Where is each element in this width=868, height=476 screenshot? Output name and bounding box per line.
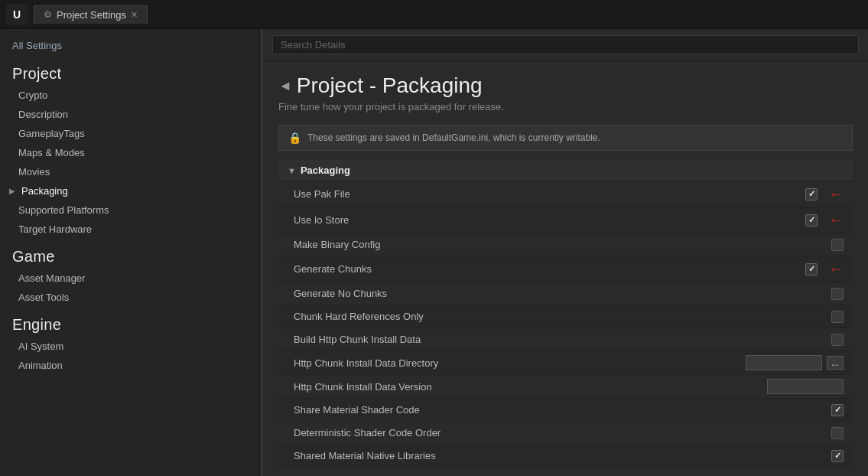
table-row: Http Chunk Install Data Version bbox=[278, 375, 853, 399]
settings-rows: Use Pak File←Use Io Store←Make Binary Co… bbox=[278, 181, 853, 468]
sidebar-item-label: Packaging bbox=[21, 185, 68, 197]
sidebar-item-label: Maps & Modes bbox=[18, 147, 85, 158]
checkbox-shared-material-native[interactable] bbox=[831, 450, 844, 462]
setting-control-build-http-chunk bbox=[831, 334, 844, 346]
setting-control-make-binary-config bbox=[831, 239, 844, 251]
sidebar-item-supported-platforms[interactable]: Supported Platforms bbox=[0, 201, 259, 220]
setting-control-shared-material-native bbox=[831, 450, 844, 462]
sidebar-item-label: Supported Platforms bbox=[18, 204, 109, 216]
chevron-right-icon: ▶ bbox=[9, 187, 15, 195]
checkbox-use-io-store[interactable] bbox=[805, 214, 818, 227]
ue-logo: U bbox=[6, 4, 28, 25]
text-field-http-chunk-version[interactable] bbox=[767, 379, 844, 394]
setting-label-generate-no-chunks: Generate No Chunks bbox=[288, 288, 831, 299]
content-area: ◄ Project - Packaging Fine tune how your… bbox=[263, 29, 868, 476]
sidebar-item-ai-system[interactable]: AI System bbox=[0, 337, 259, 356]
collapse-arrow-icon[interactable]: ◄ bbox=[278, 78, 292, 94]
checkbox-generate-chunks[interactable] bbox=[805, 263, 818, 275]
setting-label-http-chunk-directory: Http Chunk Install Data Directory bbox=[288, 357, 746, 369]
sidebar-item-label: AI System bbox=[18, 341, 63, 352]
red-arrow-icon: ← bbox=[828, 185, 844, 203]
sidebar-section-label-project: Project bbox=[0, 56, 259, 86]
setting-label-use-io-store: Use Io Store bbox=[288, 214, 805, 226]
setting-label-build-http-chunk: Build Http Chunk Install Data bbox=[288, 334, 831, 345]
table-row: Build Http Chunk Install Data bbox=[278, 328, 853, 351]
info-banner-text: These settings are saved in DefaultGame.… bbox=[307, 132, 600, 143]
tab-label: Project Settings bbox=[57, 9, 126, 21]
table-row: Shared Material Native Libraries bbox=[278, 445, 853, 468]
section-collapse-arrow-icon: ▼ bbox=[288, 166, 296, 175]
setting-label-chunk-hard-references: Chunk Hard References Only bbox=[288, 311, 831, 322]
sidebar-item-target-hardware[interactable]: Target Hardware bbox=[0, 220, 259, 239]
checkbox-chunk-hard-references[interactable] bbox=[831, 311, 844, 323]
setting-control-chunk-hard-references bbox=[831, 311, 844, 323]
table-row: Deterministic Shader Code Order bbox=[278, 422, 853, 445]
sidebar-sections: ProjectCryptoDescriptionGameplayTagsMaps… bbox=[0, 56, 259, 375]
sidebar: All Settings ProjectCryptoDescriptionGam… bbox=[0, 29, 260, 476]
sidebar-item-label: Crypto bbox=[18, 90, 47, 101]
section-label: Packaging bbox=[301, 165, 350, 176]
setting-control-generate-chunks: ← bbox=[805, 260, 844, 278]
table-row: Use Io Store← bbox=[278, 207, 853, 233]
checkbox-deterministic-shader[interactable] bbox=[831, 427, 844, 439]
setting-label-share-material-shader: Share Material Shader Code bbox=[288, 404, 831, 416]
sidebar-item-label: Animation bbox=[18, 360, 63, 371]
title-bar: U ⚙ Project Settings ✕ bbox=[0, 0, 868, 29]
checkbox-share-material-shader[interactable] bbox=[831, 404, 844, 416]
settings-section: ▼ Packaging Use Pak File←Use Io Store←Ma… bbox=[263, 160, 868, 468]
sidebar-item-label: Asset Tools bbox=[18, 292, 69, 303]
checkbox-build-http-chunk[interactable] bbox=[831, 334, 844, 346]
sidebar-section-label-engine: Engine bbox=[0, 307, 259, 337]
setting-label-generate-chunks: Generate Chunks bbox=[288, 263, 805, 275]
info-banner: 🔒 These settings are saved in DefaultGam… bbox=[278, 125, 853, 151]
page-subtitle: Fine tune how your project is packaged f… bbox=[263, 101, 868, 122]
dots-button-http-chunk-directory[interactable]: ... bbox=[827, 356, 844, 370]
sidebar-section-label-game: Game bbox=[0, 239, 259, 269]
setting-label-http-chunk-version: Http Chunk Install Data Version bbox=[288, 381, 767, 393]
main-container: All Settings ProjectCryptoDescriptionGam… bbox=[0, 29, 868, 476]
red-arrow-icon: ← bbox=[828, 260, 844, 278]
gear-icon: ⚙ bbox=[44, 9, 52, 20]
setting-label-deterministic-shader: Deterministic Shader Code Order bbox=[288, 427, 831, 439]
sidebar-item-description[interactable]: Description bbox=[0, 105, 259, 124]
close-icon[interactable]: ✕ bbox=[131, 10, 138, 20]
sidebar-item-asset-manager[interactable]: Asset Manager bbox=[0, 269, 259, 288]
sidebar-item-packaging[interactable]: ▶Packaging bbox=[0, 181, 259, 201]
checkbox-make-binary-config[interactable] bbox=[831, 239, 844, 251]
sidebar-item-gameplay-tags[interactable]: GameplayTags bbox=[0, 124, 259, 143]
setting-control-http-chunk-version bbox=[767, 379, 844, 394]
table-row: Generate Chunks← bbox=[278, 256, 853, 282]
sidebar-item-label: Description bbox=[18, 109, 68, 120]
setting-label-make-binary-config: Make Binary Config bbox=[288, 239, 831, 250]
page-title: ◄ Project - Packaging bbox=[263, 61, 868, 101]
sidebar-item-movies[interactable]: Movies bbox=[0, 162, 259, 181]
setting-control-generate-no-chunks bbox=[831, 288, 844, 300]
search-bar bbox=[263, 29, 868, 61]
sidebar-item-asset-tools[interactable]: Asset Tools bbox=[0, 288, 259, 307]
all-settings-link[interactable]: All Settings bbox=[0, 35, 259, 56]
table-row: Share Material Shader Code bbox=[278, 399, 853, 422]
setting-control-use-io-store: ← bbox=[805, 211, 844, 229]
search-input[interactable] bbox=[272, 35, 859, 54]
packaging-section-header[interactable]: ▼ Packaging bbox=[278, 160, 853, 181]
checkbox-generate-no-chunks[interactable] bbox=[831, 288, 844, 300]
setting-label-use-pak-file: Use Pak File bbox=[288, 188, 805, 200]
sidebar-item-maps-modes[interactable]: Maps & Modes bbox=[0, 143, 259, 162]
table-row: Make Binary Config bbox=[278, 233, 853, 256]
project-settings-tab[interactable]: ⚙ Project Settings ✕ bbox=[34, 5, 148, 24]
checkbox-use-pak-file[interactable] bbox=[805, 188, 818, 201]
sidebar-item-label: Movies bbox=[18, 166, 50, 178]
table-row: Generate No Chunks bbox=[278, 282, 853, 305]
sidebar-item-label: Asset Manager bbox=[18, 272, 85, 284]
sidebar-item-label: GameplayTags bbox=[18, 128, 85, 139]
table-row: Chunk Hard References Only bbox=[278, 305, 853, 328]
sidebar-item-animation[interactable]: Animation bbox=[0, 356, 259, 375]
text-field-http-chunk-directory[interactable] bbox=[746, 355, 822, 370]
sidebar-item-crypto[interactable]: Crypto bbox=[0, 86, 259, 105]
table-row: Http Chunk Install Data Directory... bbox=[278, 351, 853, 375]
lock-icon: 🔒 bbox=[288, 132, 301, 144]
setting-control-http-chunk-directory: ... bbox=[746, 355, 844, 370]
setting-label-shared-material-native: Shared Material Native Libraries bbox=[288, 450, 831, 461]
setting-control-share-material-shader bbox=[831, 404, 844, 416]
setting-control-deterministic-shader bbox=[831, 427, 844, 439]
